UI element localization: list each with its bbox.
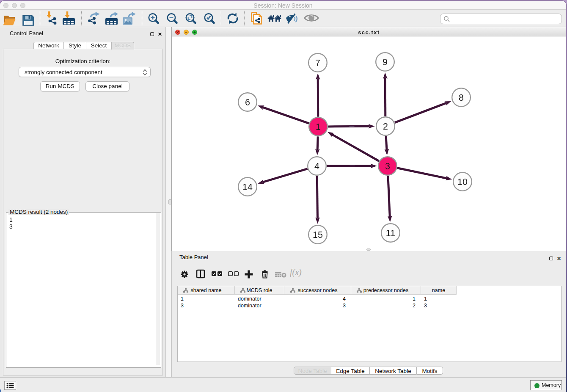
svg-text:7: 7 bbox=[315, 58, 320, 68]
svg-text:6: 6 bbox=[245, 97, 250, 108]
svg-text:3: 3 bbox=[385, 161, 390, 171]
svg-text:11: 11 bbox=[386, 228, 395, 238]
svg-text:10: 10 bbox=[457, 177, 468, 187]
svg-text:8: 8 bbox=[459, 93, 464, 103]
svg-text:9: 9 bbox=[383, 57, 388, 67]
svg-text:1: 1 bbox=[316, 122, 321, 132]
svg-text:2: 2 bbox=[383, 121, 388, 132]
svg-text:14: 14 bbox=[242, 182, 253, 192]
svg-text:4: 4 bbox=[314, 161, 319, 171]
svg-text:15: 15 bbox=[313, 230, 323, 240]
